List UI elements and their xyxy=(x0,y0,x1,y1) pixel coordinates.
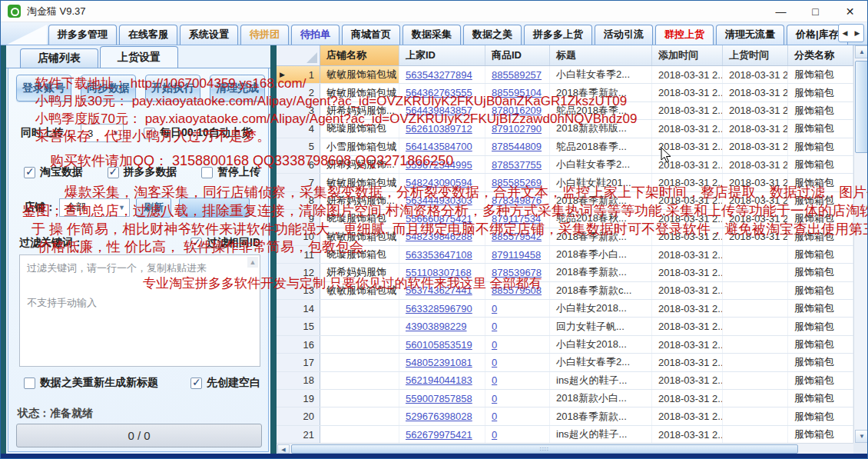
cell-item-id[interactable]: 878537755 xyxy=(485,156,550,173)
cell-title[interactable]: 小白鞋女春季2... xyxy=(550,66,652,83)
row-number-cell[interactable]: 16 xyxy=(277,336,320,353)
cell-added-time[interactable]: 2018-03-31 2... xyxy=(652,300,723,317)
header-title[interactable]: 标题 xyxy=(550,45,652,65)
header-item-id[interactable]: 商品ID xyxy=(485,45,550,65)
cell-item-id[interactable]: 0 xyxy=(485,426,550,443)
cell-upload-time[interactable] xyxy=(723,264,788,281)
cell-category[interactable]: 服饰箱包 xyxy=(788,156,853,173)
close-button[interactable]: ✕ xyxy=(833,1,867,22)
cell-added-time[interactable]: 2018-03-31 2... xyxy=(652,66,723,83)
tab-shop-list[interactable]: 店铺列表 xyxy=(20,48,98,68)
seller-id-link[interactable]: 563543277894 xyxy=(406,69,472,81)
cell-item-id[interactable]: 885589257 xyxy=(485,66,550,83)
cell-added-time[interactable]: 2018-03-31 2... xyxy=(652,156,723,173)
cell-title[interactable]: 2018春季新款... xyxy=(550,407,652,424)
header-added-time[interactable]: 添加时间 xyxy=(652,45,723,65)
item-id-link[interactable]: 0 xyxy=(492,321,497,332)
table-row[interactable]: 2052967639802802018春季新款...2018-03-31 2..… xyxy=(277,407,853,425)
cell-upload-time[interactable]: 2018-03-31 2... xyxy=(723,138,788,155)
tab-群控上货[interactable]: 群控上货 xyxy=(655,25,714,45)
item-id-link[interactable]: 0 xyxy=(492,303,497,314)
tab-待拍单[interactable]: 待拍单 xyxy=(291,25,340,45)
cell-seller-id[interactable]: 559007857858 xyxy=(399,390,485,407)
seller-id-link[interactable]: 562194044183 xyxy=(406,374,472,386)
item-id-link[interactable]: 879119458 xyxy=(492,249,541,261)
header-store-name[interactable]: 店铺名称 xyxy=(320,45,399,65)
filter-keywords-textarea[interactable]: 过滤关键词，请一行一个，复制粘贴进来 不支持手动输入 ▲ xyxy=(19,254,260,367)
cell-title[interactable]: 小白鞋女春季2... xyxy=(550,354,652,371)
cell-upload-time[interactable] xyxy=(723,318,788,334)
cell-seller-id[interactable]: 563543277894 xyxy=(399,66,485,83)
table-row[interactable]: 165601058535190小白鞋女2018...2018-03-31 2..… xyxy=(277,336,853,354)
table-row[interactable]: 15439038982290回力女鞋子帆...2018-03-31 2...服饰… xyxy=(277,318,853,335)
cell-seller-id[interactable]: 548052391081 xyxy=(399,354,485,371)
cell-added-time[interactable]: 2018-03-31 2... xyxy=(652,372,723,389)
tab-scroll-left-icon[interactable]: ◀ xyxy=(843,29,848,37)
cell-category[interactable]: 服饰箱包 xyxy=(788,318,853,334)
table-row[interactable]: 1▶敏敏服饰箱包城563543277894885589257小白鞋女春季2...… xyxy=(277,66,853,84)
cell-seller-id[interactable]: 529676398028 xyxy=(399,407,485,424)
tab-活动引流[interactable]: 活动引流 xyxy=(595,25,653,45)
cell-seller-id[interactable]: 43903898229 xyxy=(399,318,485,334)
item-id-link[interactable]: 0 xyxy=(492,393,497,404)
cell-store-name[interactable] xyxy=(320,300,399,317)
cell-upload-time[interactable] xyxy=(723,282,788,299)
cell-store-name[interactable] xyxy=(320,426,399,443)
cell-item-id[interactable]: 878544809 xyxy=(485,138,550,155)
header-seller-id[interactable]: 上家ID xyxy=(399,45,485,65)
scroll-down-icon[interactable]: ▼ xyxy=(855,430,868,443)
taobao-data-checkbox[interactable] xyxy=(24,167,35,178)
tab-在线客服[interactable]: 在线客服 xyxy=(119,25,177,45)
minimize-button[interactable]: — xyxy=(764,1,798,22)
seller-id-link[interactable]: 563328596790 xyxy=(406,303,472,314)
table-row[interactable]: 185621940441830ins超火的鞋子...2018-03-31 2..… xyxy=(277,372,853,390)
regenerate-title-checkbox[interactable] xyxy=(24,378,35,389)
cell-added-time[interactable]: 2018-03-31 2... xyxy=(652,264,723,281)
cell-category[interactable]: 服饰箱包 xyxy=(788,372,853,389)
item-id-link[interactable]: 0 xyxy=(492,339,497,351)
cell-store-name[interactable] xyxy=(320,372,399,389)
row-number-cell[interactable]: 15 xyxy=(277,318,320,334)
cell-upload-time[interactable] xyxy=(723,300,788,317)
cell-upload-time[interactable] xyxy=(723,336,788,353)
cell-added-time[interactable]: 2018-03-31 2... xyxy=(652,407,723,424)
row-number-cell[interactable]: 20 xyxy=(277,407,320,424)
cell-item-id[interactable]: 0 xyxy=(485,372,550,389)
row-number-cell[interactable]: 18 xyxy=(277,372,320,389)
cell-added-time[interactable]: 2018-03-31 2... xyxy=(652,138,723,155)
cell-added-time[interactable]: 2018-03-31 2... xyxy=(652,354,723,371)
seller-id-link[interactable]: 548052391081 xyxy=(406,357,472,368)
tab-清理无流量[interactable]: 清理无流量 xyxy=(716,25,784,45)
cell-item-id[interactable]: 879119458 xyxy=(485,246,550,263)
cell-store-name[interactable] xyxy=(320,407,399,424)
vertical-scroll-thumb[interactable] xyxy=(855,61,868,153)
cell-seller-id[interactable]: 560105853519 xyxy=(399,336,485,353)
cell-title[interactable]: ins超火的鞋子... xyxy=(550,426,652,443)
cell-seller-id[interactable]: 562679975421 xyxy=(399,426,485,443)
tab-商城首页[interactable]: 商城首页 xyxy=(342,25,400,45)
cell-added-time[interactable]: 2018-03-31 2... xyxy=(652,246,723,263)
cell-seller-id[interactable]: 562194044183 xyxy=(399,372,485,389)
cell-item-id[interactable]: 0 xyxy=(485,407,550,424)
tab-待拼团[interactable]: 待拼团 xyxy=(240,25,289,45)
seller-id-link[interactable]: 559007857858 xyxy=(406,393,472,404)
cell-title[interactable]: 回力女鞋子帆... xyxy=(550,318,652,334)
horizontal-scroll-thumb[interactable]: ∷∷ xyxy=(291,444,798,454)
row-number-cell[interactable]: 14 xyxy=(277,300,320,317)
cell-item-id[interactable]: 0 xyxy=(485,300,550,317)
cell-upload-time[interactable]: 2018-03-31 2... xyxy=(723,156,788,173)
cell-title[interactable]: ins超火的鞋子... xyxy=(550,372,652,389)
cell-added-time[interactable]: 2018-03-31 2... xyxy=(652,120,723,137)
cell-store-name[interactable]: 敏敏服饰箱包城 xyxy=(320,66,399,83)
cell-store-name[interactable] xyxy=(320,318,399,334)
cell-added-time[interactable]: 2018-03-31 2... xyxy=(652,336,723,353)
cell-item-id[interactable]: 0 xyxy=(485,336,550,353)
cell-category[interactable]: 服饰箱包 xyxy=(788,336,853,353)
tab-拼多多管理[interactable]: 拼多多管理 xyxy=(48,25,117,45)
cell-item-id[interactable]: 0 xyxy=(485,354,550,371)
seller-id-link[interactable]: 43903898229 xyxy=(406,321,467,332)
cell-category[interactable]: 服饰箱包 xyxy=(788,264,853,281)
tab-数据采集[interactable]: 数据采集 xyxy=(403,25,461,45)
table-row[interactable]: 175480523910810小白鞋女春季2...2018-03-31 2...… xyxy=(277,354,853,371)
seller-id-link[interactable]: 560105853519 xyxy=(406,339,472,351)
